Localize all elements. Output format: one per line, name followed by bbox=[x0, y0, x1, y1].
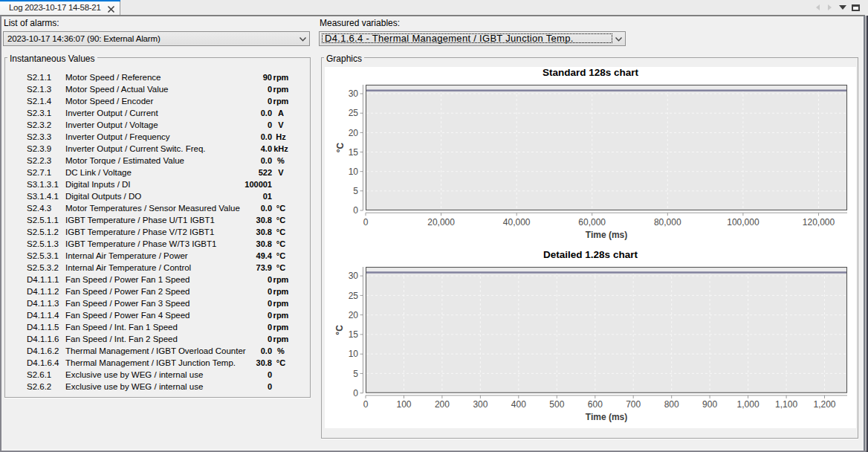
svg-text:900: 900 bbox=[702, 399, 717, 410]
svg-text:0: 0 bbox=[353, 205, 358, 216]
svg-text:600: 600 bbox=[588, 399, 603, 410]
svg-text:10: 10 bbox=[349, 167, 359, 177]
svg-text:700: 700 bbox=[626, 399, 641, 410]
svg-text:30: 30 bbox=[349, 88, 359, 99]
svg-text:20: 20 bbox=[349, 128, 359, 138]
svg-text:25: 25 bbox=[349, 291, 359, 301]
svg-text:°C: °C bbox=[335, 142, 346, 152]
svg-text:5: 5 bbox=[353, 186, 358, 196]
svg-text:20: 20 bbox=[349, 310, 359, 320]
svg-text:15: 15 bbox=[349, 329, 359, 340]
svg-text:500: 500 bbox=[549, 399, 564, 410]
svg-text:1,000: 1,000 bbox=[737, 399, 760, 410]
svg-text:100,000: 100,000 bbox=[727, 217, 760, 227]
svg-text:200: 200 bbox=[435, 399, 450, 410]
svg-text:°C: °C bbox=[335, 325, 346, 335]
svg-text:5: 5 bbox=[353, 369, 358, 379]
svg-text:400: 400 bbox=[511, 399, 526, 410]
svg-text:0: 0 bbox=[353, 388, 358, 398]
svg-text:0: 0 bbox=[363, 399, 369, 410]
svg-text:Detailed 1.28s chart: Detailed 1.28s chart bbox=[543, 249, 638, 260]
svg-text:60,000: 60,000 bbox=[578, 217, 606, 227]
svg-text:Time (ms): Time (ms) bbox=[586, 230, 627, 240]
svg-text:30: 30 bbox=[349, 271, 359, 281]
svg-text:100: 100 bbox=[396, 399, 411, 410]
svg-text:20,000: 20,000 bbox=[427, 217, 455, 227]
svg-text:120,000: 120,000 bbox=[803, 217, 835, 227]
svg-text:25: 25 bbox=[349, 108, 359, 118]
svg-text:10: 10 bbox=[349, 349, 359, 359]
svg-text:Time (ms): Time (ms) bbox=[586, 412, 627, 422]
svg-text:300: 300 bbox=[473, 399, 488, 410]
svg-text:40,000: 40,000 bbox=[503, 217, 531, 227]
svg-text:0: 0 bbox=[363, 217, 369, 227]
svg-text:1,200: 1,200 bbox=[813, 399, 835, 410]
svg-text:80,000: 80,000 bbox=[654, 217, 681, 227]
svg-text:Standard 128s chart: Standard 128s chart bbox=[542, 67, 639, 78]
svg-text:15: 15 bbox=[349, 147, 359, 158]
svg-text:800: 800 bbox=[664, 399, 679, 410]
svg-text:1,100: 1,100 bbox=[775, 399, 797, 410]
